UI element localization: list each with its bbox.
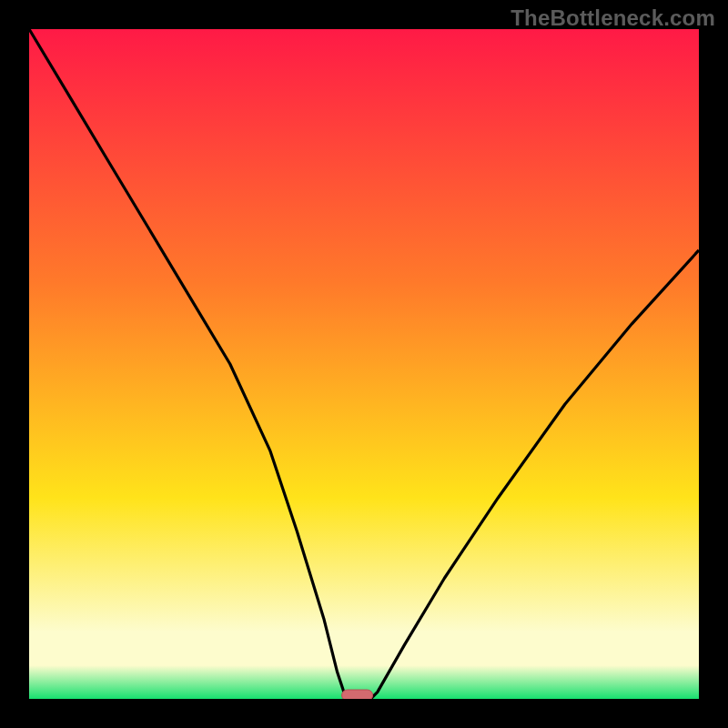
chart-frame: TheBottleneck.com [0,0,728,728]
optimal-marker [342,690,373,699]
watermark-text: TheBottleneck.com [511,5,715,31]
bottleneck-chart [29,29,699,699]
plot-area [29,29,699,699]
